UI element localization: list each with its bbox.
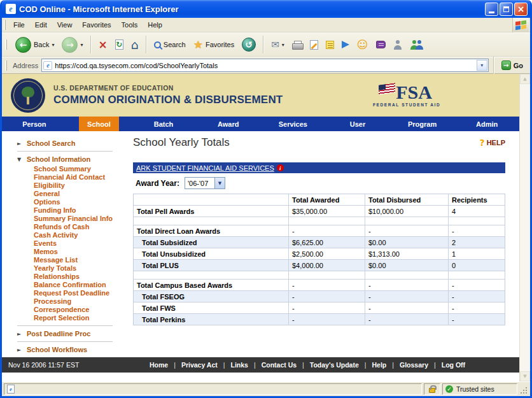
sidebar-item-message-list[interactable]: Message List [34,256,129,264]
fsa-letters: FSA [396,83,432,102]
footer-link-help[interactable]: Help [372,361,387,369]
award-year-select[interactable]: '06-'07 ▼ [185,177,225,189]
tab-person[interactable]: Person [2,117,67,131]
sidebar-item-refunds-of-cash[interactable]: Refunds of Cash [34,223,129,231]
scroll-up-button[interactable]: ▲ [520,74,530,84]
school-info-icon[interactable]: i [277,164,284,171]
menu-favorites[interactable]: Favorites [77,19,116,31]
back-button[interactable]: ← Back ▾ [13,36,56,54]
forward-dropdown-icon[interactable]: ▾ [80,42,83,48]
menu-help[interactable]: Help [143,19,167,31]
table-row-campus-based: Total Campus Based Awards - - - [134,280,505,291]
go-button[interactable]: → Go [499,59,528,71]
bottom-gap [2,373,519,381]
discuss-icon [326,41,334,49]
address-input[interactable]: e https://cod.qa.tsysecom.com/cod/School… [41,59,488,72]
expanded-arrow-icon: ▼ [17,157,23,162]
sidebar-item-report-selection[interactable]: Report Selection [34,314,129,322]
sidebar-item-correspondence[interactable]: Correspondence [34,306,129,314]
profile-button[interactable] [391,39,404,51]
menu-grip-handle[interactable] [4,20,6,30]
address-dropdown-button[interactable]: ▾ [477,60,487,71]
window-controls: × [485,3,528,16]
help-button[interactable]: ? HELP [480,138,505,148]
sidebar-item-options[interactable]: Options [34,198,129,206]
footer-link-log-off[interactable]: Log Off [442,361,465,369]
discuss-button[interactable] [324,39,336,50]
footer-link-privacy-act[interactable]: Privacy Act [181,361,218,369]
tab-school[interactable]: School [67,117,132,131]
sidebar-item-school-information[interactable]: ▼ School Information [17,153,129,165]
sidebar-item-processing[interactable]: Processing [34,297,129,306]
table-row-fseog: Total FSEOG - - - [134,291,505,302]
sidebar-item-financial-aid-contact[interactable]: Financial Aid Contact [34,173,129,181]
sidebar-item-yearly-totals[interactable]: Yearly Totals [34,264,129,273]
menu-view[interactable]: View [52,19,78,31]
mail-dropdown-icon[interactable]: ▾ [282,42,284,48]
page-viewport: U.S. DEPARTMENT OF EDUCATION COMMON ORIG… [2,74,530,381]
tab-program[interactable]: Program [390,117,455,131]
menu-edit[interactable]: Edit [30,19,52,31]
sidebar-item-post-deadline-proc[interactable]: ► Post Deadline Proc [17,328,129,339]
scroll-down-button[interactable]: ▼ [520,371,530,381]
messenger-button[interactable]: ☺ [355,38,370,52]
mail-button[interactable]: ✉ ▾ [269,39,286,51]
award-year-dropdown-icon[interactable]: ▼ [214,178,225,188]
forward-icon: → [62,37,78,53]
school-name-link[interactable]: ARK STUDENT FINANCIAL AID SERVICES [136,164,274,172]
sidebar-item-relationships[interactable]: Relationships [34,273,129,281]
sidebar-item-memos[interactable]: Memos [34,248,129,256]
home-button[interactable]: ⌂ [129,38,141,52]
vertical-scrollbar[interactable]: ▲ ▼ [519,74,530,381]
dept-of-education-seal-icon [11,78,45,113]
fsa-flag-icon [379,83,395,95]
footer-link-glossary[interactable]: Glossary [400,361,428,369]
search-icon [154,41,161,48]
forward-button[interactable]: → ▾ [60,36,85,54]
tab-award[interactable]: Award [196,117,261,131]
tab-services[interactable]: Services [261,117,326,131]
footer-link-todays-update[interactable]: Today's Update [310,361,359,369]
tab-user[interactable]: User [325,117,390,131]
addressbar-grip-handle[interactable] [5,60,7,71]
send-button[interactable] [340,39,351,50]
print-button[interactable] [290,39,304,50]
edit-button[interactable] [308,39,320,51]
footer-link-links[interactable]: Links [230,361,248,369]
history-button[interactable]: ↺ [240,36,258,53]
research-button[interactable] [374,39,388,50]
sidebar-item-funding-info[interactable]: Funding Info [34,206,129,215]
sidebar-item-cash-activity[interactable]: Cash Activity [34,231,129,239]
sidebar-item-balance-confirmation[interactable]: Balance Confirmation [34,281,129,289]
toolbar-grip-handle[interactable] [5,39,7,50]
tab-batch[interactable]: Batch [131,117,196,131]
refresh-button[interactable]: ↻ [113,38,125,51]
tab-admin[interactable]: Admin [454,117,519,131]
fsa-subtitle: FEDERAL STUDENT AID [373,103,440,107]
back-dropdown-icon[interactable]: ▾ [52,42,54,48]
menu-tools[interactable]: Tools [116,19,143,31]
sidebar-item-school-summary[interactable]: School Summary [34,165,129,173]
footer-link-home[interactable]: Home [150,361,168,369]
sidebar-item-request-post-deadline[interactable]: Request Post Deadline [34,289,129,297]
stop-button[interactable]: × [97,38,109,52]
minimize-button[interactable] [485,3,498,16]
close-button[interactable]: × [514,3,528,16]
sidebar-item-school-workflows[interactable]: ► School Workflows [17,344,129,355]
menu-file[interactable]: File [8,19,30,31]
sidebar-item-summary-financial-info[interactable]: Summary Financial Info [34,215,129,223]
contacts-button[interactable] [408,39,426,51]
ie-window-icon: e [6,4,16,14]
sidebar-item-events[interactable]: Events [34,239,129,248]
resize-grip[interactable] [520,387,528,395]
search-button[interactable]: Search [152,39,188,50]
profile-person-icon [393,40,402,50]
maximize-button[interactable] [500,3,513,16]
sidebar-item-general[interactable]: General [34,190,129,198]
sidebar-item-eligibility[interactable]: Eligibility [34,181,129,190]
lock-icon [429,388,435,393]
toolbar-separator [90,36,92,53]
footer-link-contact-us[interactable]: Contact Us [262,361,297,369]
sidebar-item-school-search[interactable]: ► School Search [17,138,129,149]
favorites-button[interactable]: ★ Favorites [192,38,237,52]
